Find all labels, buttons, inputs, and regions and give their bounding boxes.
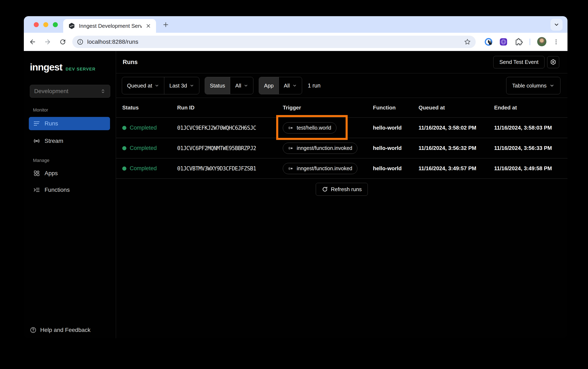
column-header-function[interactable]: Function [373,104,419,111]
column-header-trigger[interactable]: Trigger [283,104,373,111]
settings-button[interactable] [547,56,559,68]
settings-gear-icon [550,59,557,65]
address-bar[interactable]: localhost:8288/runs [72,36,476,48]
trigger-badge[interactable]: test/hello.world [283,122,337,133]
stream-broadcast-icon [33,138,40,144]
time-field-label: Queued at [127,82,152,89]
window-controls [34,22,58,27]
function-cell[interactable]: hello-world [373,125,419,131]
status-cell: Completed [122,165,177,172]
sidebar-item-runs[interactable]: Runs [29,117,110,130]
chevron-down-icon [292,83,297,88]
column-header-run-id[interactable]: Run ID [177,104,283,111]
inngest-favicon-icon [68,22,75,30]
send-test-event-button[interactable]: Send Test Event [493,56,545,68]
chevron-down-icon [244,83,248,88]
chevron-down-icon [155,83,159,88]
trigger-cell: inngest/function.invoked [283,143,373,154]
help-and-feedback[interactable]: Help and Feedback [30,327,90,333]
back-icon[interactable] [29,38,36,46]
maximize-window-button[interactable] [53,22,58,27]
page-title: Runs [123,59,138,65]
url-text: localhost:8288/runs [87,39,138,45]
updown-chevrons-icon [100,88,106,94]
tab-search-chevron-icon[interactable] [550,19,563,31]
section-monitor-label: Monitor [33,107,48,113]
table-columns-button[interactable]: Table columns [506,77,560,94]
profile-avatar[interactable] [537,37,547,46]
function-cell[interactable]: hello-world [373,165,419,172]
ended-at-cell: 11/16/2024, 3:49:58 PM [494,165,568,172]
function-cell[interactable]: hello-world [373,145,419,151]
forward-icon[interactable] [44,38,51,46]
status-filter-label: Status [205,77,230,94]
chevron-down-icon [189,83,194,88]
browser-menu-kebab-icon[interactable] [553,38,559,46]
dev-server-badge: DEV SERVER [66,67,96,72]
inngest-app: inngest DEV SERVER Development Monitor [24,51,568,338]
new-tab-button[interactable] [161,20,170,30]
event-signal-icon [288,125,294,130]
table-body: Completed 01JCVC9EFKJ2W70WQHC6ZH6SJC [116,118,568,179]
extensions-puzzle-icon[interactable] [515,38,523,46]
minimize-window-button[interactable] [43,22,48,27]
status-dot-icon [122,166,126,171]
header-actions: Send Test Event [493,56,559,68]
sphere-extension-icon[interactable] [499,38,508,46]
sidebar-item-functions[interactable]: Functions [29,183,110,196]
browser-tab[interactable]: Inngest Development Server [63,19,156,33]
bookmark-star-icon[interactable] [464,38,471,46]
status-text: Completed [130,145,157,151]
queued-at-cell: 11/16/2024, 3:58:02 PM [419,125,494,131]
run-id-cell[interactable]: 01JCVBTMV3WXY9D3CFDEJFZSB1 [177,165,283,172]
password-manager-extension-icon[interactable] [484,38,493,46]
tab-close-icon[interactable] [145,23,151,29]
functions-list-icon [33,186,40,193]
run-id-cell[interactable]: 01JCVC6PF2MQNMTWE95BBRZPJ2 [177,145,283,151]
time-field-dropdown[interactable]: Queued at [122,77,164,94]
ended-at-cell: 11/16/2024, 3:58:03 PM [494,125,568,131]
run-id-cell[interactable]: 01JCVC9EFKJ2W70WQHC6ZH6SJC [177,125,283,131]
queued-at-cell: 11/16/2024, 3:49:57 PM [419,165,494,172]
reload-icon[interactable] [59,38,67,46]
time-range-dropdown[interactable]: Last 3d [164,77,199,94]
browser-window: Inngest Development Server [24,16,568,338]
app-filter-group: App All [259,77,302,94]
status-dot-icon [122,146,126,150]
sidebar-item-label: Apps [45,170,58,177]
table-columns-label: Table columns [512,82,547,89]
section-manage-label: Manage [33,158,50,163]
apps-blocks-icon [33,170,40,177]
logo-wordmark: inngest [30,61,62,73]
app-filter-label: App [259,77,279,94]
runs-page: Runs Send Test Event [116,51,568,338]
site-info-icon[interactable] [77,39,83,45]
trigger-badge[interactable]: inngest/function.invoked [283,143,357,154]
status-text: Completed [130,125,157,131]
page-header: Runs Send Test Event [116,51,568,73]
trigger-badge[interactable]: inngest/function.invoked [283,163,357,174]
sidebar-item-apps[interactable]: Apps [29,167,110,180]
refresh-runs-container: Refresh runs [116,183,568,196]
sidebar-item-stream[interactable]: Stream [29,134,110,148]
status-filter-value: All [235,82,241,89]
filter-bar: Queued at Last 3d Status Al [116,74,568,98]
table-row[interactable]: Completed 01JCVBTMV3WXY9D3CFDEJFZSB1 [116,158,568,179]
column-header-ended-at[interactable]: Ended at [494,104,568,111]
status-text: Completed [130,165,157,172]
status-filter-dropdown[interactable]: All [230,77,253,94]
close-window-button[interactable] [34,22,39,27]
refresh-icon [322,186,328,192]
column-header-status[interactable]: Status [122,104,177,111]
trigger-name: inngest/function.invoked [297,145,352,151]
environment-select-value: Development [34,88,68,94]
trigger-cell: inngest/function.invoked [283,163,373,174]
app-filter-dropdown[interactable]: All [279,77,302,94]
refresh-runs-button[interactable]: Refresh runs [316,183,368,196]
environment-select[interactable]: Development [30,85,110,98]
table-row[interactable]: Completed 01JCVC6PF2MQNMTWE95BBRZPJ2 [116,138,568,158]
status-dot-icon [122,126,126,130]
sidebar: inngest DEV SERVER Development Monitor [24,51,116,338]
table-row[interactable]: Completed 01JCVC9EFKJ2W70WQHC6ZH6SJC [116,118,568,138]
column-header-queued-at[interactable]: Queued at [419,104,494,111]
